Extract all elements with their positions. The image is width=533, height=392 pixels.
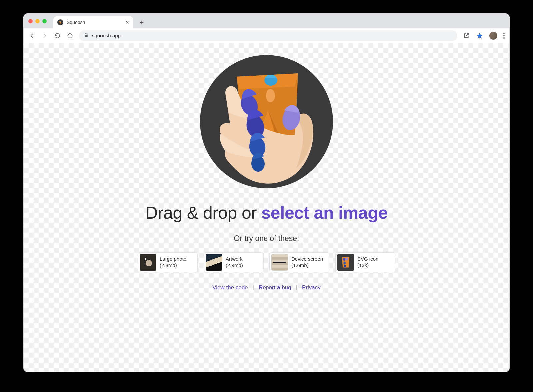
- tab-strip: Squoosh ✕ ＋: [24, 14, 509, 28]
- browser-window: Squoosh ✕ ＋ squoosh.app: [23, 13, 510, 372]
- close-tab-button[interactable]: ✕: [125, 20, 129, 25]
- sample-size: (13k): [357, 262, 378, 269]
- sample-thumbnail: [206, 254, 222, 271]
- squoosh-logo: [197, 52, 336, 192]
- headline: Drag & drop or select an image: [145, 203, 388, 223]
- browser-tab[interactable]: Squoosh ✕: [53, 16, 133, 28]
- favicon-icon: [57, 19, 63, 25]
- svg-point-12: [346, 258, 348, 261]
- page-content[interactable]: Drag & drop or select an image Or try on…: [24, 43, 509, 372]
- sample-label: SVG icon: [357, 256, 378, 262]
- sample-large-photo[interactable]: Large photo (2.8mb): [138, 252, 198, 272]
- back-button[interactable]: [28, 32, 36, 39]
- sample-label: Device screen: [291, 256, 323, 262]
- svg-rect-1: [60, 21, 60, 22]
- toolbar: squoosh.app: [24, 28, 509, 43]
- bookmark-star-icon[interactable]: [476, 32, 483, 39]
- svg-point-13: [343, 262, 346, 265]
- subheading: Or try one of these:: [234, 234, 299, 243]
- sample-label: Large photo: [160, 256, 186, 262]
- sample-thumbnail: [140, 254, 156, 271]
- url-text: squoosh.app: [92, 33, 121, 38]
- report-bug-link[interactable]: Report a bug: [259, 284, 291, 291]
- headline-text: Drag & drop or: [145, 203, 261, 222]
- minimize-window-button[interactable]: [35, 19, 40, 23]
- sample-thumbnail: [337, 254, 354, 271]
- new-tab-button[interactable]: ＋: [137, 17, 147, 27]
- profile-avatar[interactable]: [489, 32, 497, 40]
- window-controls: [28, 14, 50, 28]
- sample-thumbnail: [271, 254, 288, 271]
- tab-title: Squoosh: [67, 20, 122, 25]
- reload-button[interactable]: [54, 32, 61, 39]
- address-bar[interactable]: squoosh.app: [79, 30, 457, 41]
- home-button[interactable]: [66, 32, 74, 39]
- sample-cards: Large photo (2.8mb) Artwork (2.9mb) Devi…: [138, 252, 395, 272]
- separator: |: [296, 284, 297, 291]
- svg-point-4: [266, 89, 275, 102]
- privacy-link[interactable]: Privacy: [302, 284, 321, 291]
- menu-button[interactable]: [503, 33, 505, 39]
- lock-icon: [84, 33, 89, 39]
- sample-size: (2.8mb): [160, 262, 186, 269]
- sample-label: Artwork: [226, 256, 243, 262]
- sample-svg-icon[interactable]: SVG icon (13k): [335, 252, 395, 272]
- open-external-icon[interactable]: [463, 32, 470, 39]
- sample-artwork[interactable]: Artwork (2.9mb): [204, 252, 264, 272]
- view-code-link[interactable]: View the code: [212, 284, 248, 291]
- svg-rect-2: [61, 21, 61, 22]
- separator: |: [253, 284, 254, 291]
- sample-size: (2.9mb): [226, 262, 243, 269]
- toolbar-right: [463, 32, 505, 40]
- select-image-link[interactable]: select an image: [261, 203, 388, 222]
- svg-point-14: [344, 265, 346, 267]
- forward-button[interactable]: [41, 32, 48, 39]
- maximize-window-button[interactable]: [42, 19, 47, 23]
- sample-device-screen[interactable]: Device screen (1.6mb): [269, 252, 329, 272]
- close-window-button[interactable]: [28, 19, 33, 23]
- sample-size: (1.6mb): [291, 262, 323, 269]
- svg-point-11: [343, 258, 345, 261]
- footer-links: View the code | Report a bug | Privacy: [212, 284, 320, 291]
